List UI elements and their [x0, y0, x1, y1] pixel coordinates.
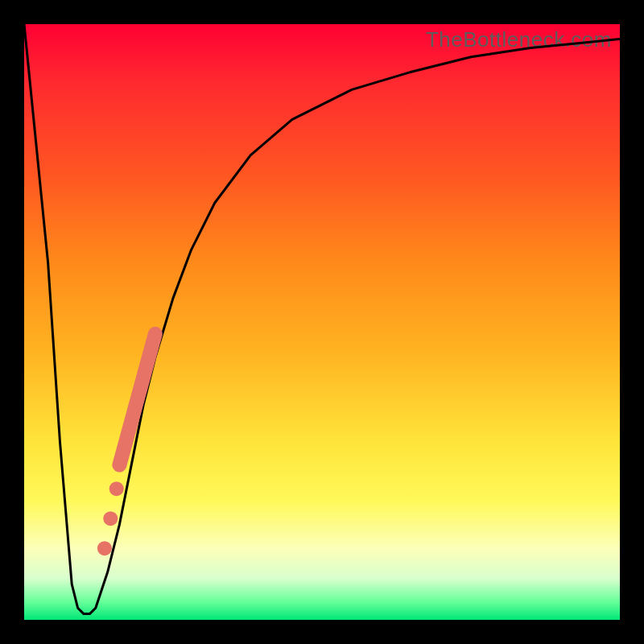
dot-1 [109, 481, 124, 496]
chart-frame: TheBottleneck.com [0, 0, 644, 644]
curve-layer [24, 24, 620, 620]
bottleneck-curve [24, 24, 620, 614]
segment-highlight [119, 334, 155, 465]
dot-3 [97, 541, 112, 555]
plot-area: TheBottleneck.com [24, 24, 620, 620]
dot-2 [103, 511, 118, 526]
